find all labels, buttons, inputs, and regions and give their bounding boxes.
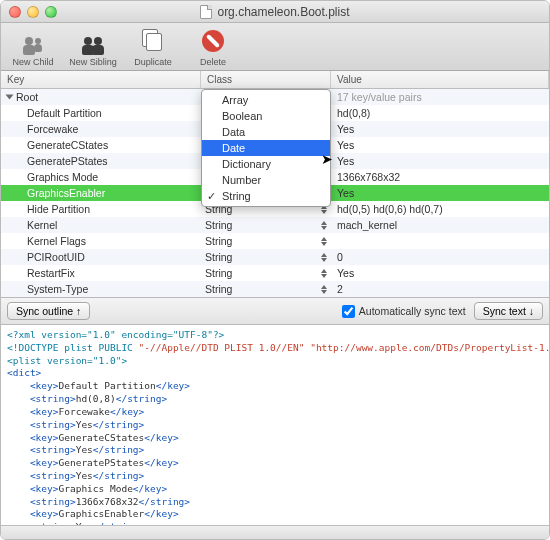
disclosure-triangle-icon[interactable]: [6, 95, 14, 100]
class-cell[interactable]: String: [201, 235, 331, 247]
sync-outline-button[interactable]: Sync outline ↑: [7, 302, 90, 320]
key-cell[interactable]: Forcewake: [1, 123, 201, 135]
key-cell[interactable]: GraphicsEnabler: [1, 187, 201, 199]
class-cell[interactable]: String: [201, 219, 331, 231]
sync-text-button[interactable]: Sync text ↓: [474, 302, 543, 320]
class-stepper[interactable]: [321, 285, 327, 294]
class-stepper[interactable]: [321, 237, 327, 246]
value-cell[interactable]: 2: [331, 283, 549, 295]
document-icon: [200, 5, 212, 19]
key-cell[interactable]: Default Partition: [1, 107, 201, 119]
value-cell[interactable]: 1366x768x32: [331, 171, 549, 183]
zoom-window-button[interactable]: [45, 6, 57, 18]
value-cell[interactable]: hd(0,5) hd(0,6) hd(0,7): [331, 203, 549, 215]
column-value[interactable]: Value: [331, 71, 549, 88]
window-title: org.chameleon.Boot.plist: [217, 5, 349, 19]
plist-outline: Key Class Value RootDictionary17 key/val…: [1, 71, 549, 297]
key-cell[interactable]: GeneratePStates: [1, 155, 201, 167]
class-menu-item[interactable]: Date: [202, 140, 330, 156]
column-class[interactable]: Class: [201, 71, 331, 88]
toolbar: New Child New Sibling Duplicate Delete: [1, 23, 549, 71]
key-cell[interactable]: System-Type: [1, 283, 201, 295]
class-menu-item[interactable]: Boolean: [202, 108, 330, 124]
value-cell[interactable]: mach_kernel: [331, 219, 549, 231]
auto-sync-checkbox[interactable]: Automatically sync text: [342, 305, 466, 318]
value-cell[interactable]: hd(0,8): [331, 107, 549, 119]
class-menu-item[interactable]: Data: [202, 124, 330, 140]
class-menu-item[interactable]: String: [202, 188, 330, 204]
delete-button[interactable]: Delete: [189, 27, 237, 67]
class-cell[interactable]: String: [201, 267, 331, 279]
outline-header: Key Class Value: [1, 71, 549, 89]
key-cell[interactable]: Kernel Flags: [1, 235, 201, 247]
value-cell[interactable]: 0: [331, 251, 549, 263]
table-row[interactable]: PCIRootUIDString0: [1, 249, 549, 265]
value-cell[interactable]: Yes: [331, 267, 549, 279]
root-summary: 17 key/value pairs: [331, 91, 549, 103]
window-titlebar: org.chameleon.Boot.plist: [1, 1, 549, 23]
column-key[interactable]: Key: [1, 71, 201, 88]
key-cell[interactable]: Hide Partition: [1, 203, 201, 215]
close-window-button[interactable]: [9, 6, 21, 18]
value-cell[interactable]: Yes: [331, 123, 549, 135]
key-cell[interactable]: PCIRootUID: [1, 251, 201, 263]
class-stepper[interactable]: [321, 269, 327, 278]
table-row[interactable]: Kernel FlagsString: [1, 233, 549, 249]
value-cell[interactable]: Yes: [331, 187, 549, 199]
class-stepper[interactable]: [321, 253, 327, 262]
class-menu-item[interactable]: Array: [202, 92, 330, 108]
new-child-button[interactable]: New Child: [9, 27, 57, 67]
table-row[interactable]: RestartFixStringYes: [1, 265, 549, 281]
table-row[interactable]: System-TypeString2: [1, 281, 549, 297]
class-menu-item[interactable]: Dictionary: [202, 156, 330, 172]
class-cell[interactable]: String: [201, 251, 331, 263]
table-row[interactable]: KernelStringmach_kernel: [1, 217, 549, 233]
new-sibling-button[interactable]: New Sibling: [69, 27, 117, 67]
minimize-window-button[interactable]: [27, 6, 39, 18]
value-cell[interactable]: Yes: [331, 155, 549, 167]
root-key: Root: [16, 91, 38, 103]
delete-icon: [202, 30, 224, 52]
key-cell[interactable]: Kernel: [1, 219, 201, 231]
class-menu-item[interactable]: Number: [202, 172, 330, 188]
key-cell[interactable]: RestartFix: [1, 267, 201, 279]
window-resize-handle[interactable]: [1, 525, 549, 539]
class-stepper[interactable]: [321, 221, 327, 230]
key-cell[interactable]: GenerateCStates: [1, 139, 201, 151]
value-cell[interactable]: Yes: [331, 139, 549, 151]
duplicate-button[interactable]: Duplicate: [129, 27, 177, 67]
class-cell[interactable]: String: [201, 283, 331, 295]
key-cell[interactable]: Graphics Mode: [1, 171, 201, 183]
xml-source-view[interactable]: <?xml version="1.0" encoding="UTF-8"?> <…: [1, 325, 549, 525]
sync-bar: Sync outline ↑ Automatically sync text S…: [1, 297, 549, 325]
class-type-menu[interactable]: ArrayBooleanDataDateDictionaryNumberStri…: [201, 89, 331, 207]
